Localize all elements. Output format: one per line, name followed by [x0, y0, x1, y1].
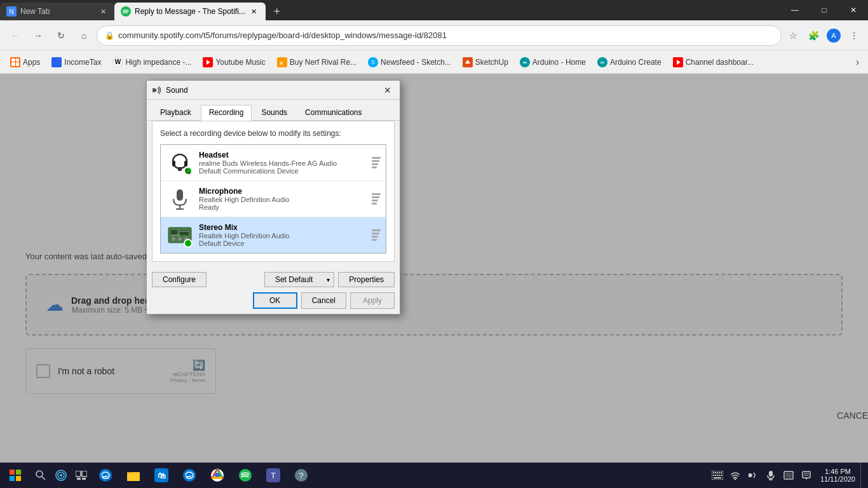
bookmark-label-newsfeed: Newsfeed - Sketch... — [381, 58, 451, 67]
bookmark-favicon-youtube — [203, 57, 213, 67]
bookmark-highimp[interactable]: W High impedance -... — [107, 53, 196, 71]
microphone-desc: Realtek High Definition Audio — [199, 196, 367, 203]
dialog-ok-row: OK Cancel Apply — [152, 292, 395, 309]
maximize-button[interactable]: □ — [810, 0, 839, 20]
set-default-arrow-button[interactable]: ▾ — [323, 272, 334, 287]
bookmark-youtube[interactable]: Youtube Music — [198, 53, 270, 71]
svg-rect-59 — [717, 475, 718, 476]
apply-button[interactable]: Apply — [350, 292, 395, 309]
svg-point-46 — [239, 469, 252, 482]
tray-mic-icon[interactable] — [762, 463, 780, 488]
configure-button[interactable]: Configure — [152, 272, 207, 287]
svg-rect-54 — [717, 472, 718, 473]
new-tab-button[interactable]: + — [268, 3, 286, 20]
address-input[interactable]: 🔒 community.spotify.com/t5/forums/replyp… — [97, 25, 782, 46]
tray-keyboard-icon[interactable] — [709, 463, 726, 488]
taskbar-tray: 1:46 PM 11/11/2020 — [709, 463, 868, 488]
lock-icon: 🔒 — [105, 31, 114, 40]
titlebar: N New Tab ✕ Reply to Message - The Spoti… — [0, 0, 868, 20]
svg-point-28 — [36, 471, 43, 477]
tab-spotify[interactable]: Reply to Message - The Spotifi... ✕ — [114, 3, 266, 20]
profile-button[interactable]: A — [825, 27, 843, 44]
bookmarks-more-button[interactable]: › — [852, 55, 863, 69]
stereomix-level-bars — [372, 229, 381, 241]
taskbar-unknown[interactable]: ? — [287, 463, 315, 488]
tab-favicon-newtab: N — [6, 6, 17, 17]
cancel-button[interactable]: Cancel — [301, 292, 346, 309]
svg-rect-40 — [127, 473, 140, 481]
tab-close-spotify[interactable]: ✕ — [249, 6, 259, 17]
bookmark-sketchup[interactable]: SketchUp — [458, 53, 513, 71]
bookmark-arduino-create[interactable]: ∞ Arduino Create — [592, 53, 667, 71]
bookmark-nerf[interactable]: a Buy Nerf Rival Re... — [272, 53, 362, 71]
tray-volume-icon[interactable] — [744, 463, 762, 488]
tray-tablet-icon[interactable] — [780, 463, 797, 488]
bookmark-favicon-newsfeed: S — [368, 57, 378, 67]
taskbar-edge[interactable] — [92, 463, 119, 488]
svg-rect-12 — [178, 167, 182, 171]
tab-title-newtab: New Tab — [20, 7, 94, 16]
device-item-stereomix[interactable]: Stereo Mix Realtek High Definition Audio… — [161, 217, 386, 253]
bookmark-channel[interactable]: Channel dashboar... — [668, 53, 759, 71]
svg-rect-13 — [177, 189, 183, 201]
home-button[interactable]: ⌂ — [74, 25, 94, 46]
sound-dialog: Sound ✕ Playback Recording Sounds Commun… — [146, 80, 400, 315]
favorites-button[interactable]: ☆ — [784, 27, 802, 44]
forward-button[interactable]: → — [28, 25, 48, 46]
tab-recording[interactable]: Recording — [201, 105, 252, 121]
ok-button[interactable]: OK — [253, 292, 297, 309]
menu-button[interactable]: ⋮ — [845, 27, 863, 44]
tray-action-center-icon[interactable] — [797, 463, 815, 488]
properties-button[interactable]: Properties — [338, 272, 395, 287]
dialog-instruction: Select a recording device below to modif… — [160, 129, 386, 138]
bookmark-label-nerf: Buy Nerf Rival Re... — [290, 58, 356, 67]
bookmark-newsfeed[interactable]: S Newsfeed - Sketch... — [363, 53, 456, 71]
dialog-close-button[interactable]: ✕ — [381, 83, 395, 97]
svg-rect-33 — [76, 471, 81, 477]
tray-network-icon[interactable] — [726, 463, 744, 488]
dialog-overlay — [0, 74, 868, 463]
tray-date: 11/11/2020 — [820, 475, 855, 483]
svg-rect-52 — [713, 472, 714, 473]
show-desktop-button[interactable] — [860, 463, 865, 488]
headset-name: Headset — [199, 151, 367, 159]
taskbar-chrome[interactable] — [203, 463, 231, 488]
cortana-button[interactable] — [51, 463, 71, 488]
taskbar-fileexplorer[interactable] — [119, 463, 147, 488]
refresh-button[interactable]: ↻ — [51, 25, 71, 46]
tab-communications[interactable]: Communications — [297, 105, 370, 120]
bookmark-incometax[interactable]: IncomeTax — [46, 53, 106, 71]
tab-close-newtab[interactable]: ✕ — [98, 6, 108, 17]
minimize-button[interactable]: — — [780, 0, 810, 20]
task-view-button[interactable] — [71, 463, 92, 488]
bookmark-apps[interactable]: Apps — [5, 53, 45, 71]
svg-point-19 — [172, 237, 175, 241]
stereomix-info: Stereo Mix Realtek High Definition Audio… — [194, 223, 372, 247]
taskbar-edge2[interactable] — [175, 463, 203, 488]
taskbar-teams[interactable]: T — [259, 463, 287, 488]
search-button[interactable] — [31, 463, 51, 488]
tray-clock[interactable]: 1:46 PM 11/11/2020 — [815, 463, 860, 488]
svg-rect-36 — [82, 478, 86, 480]
taskbar-store[interactable]: 🛍 — [147, 463, 175, 488]
tray-time: 1:46 PM — [825, 468, 851, 475]
tab-sounds[interactable]: Sounds — [253, 105, 295, 120]
device-item-microphone[interactable]: Microphone Realtek High Definition Audio… — [161, 181, 386, 217]
tab-playback[interactable]: Playback — [152, 105, 200, 120]
taskbar-spotify[interactable] — [231, 463, 259, 488]
set-default-button[interactable]: Set Default — [264, 272, 323, 287]
back-button[interactable]: ← — [5, 25, 25, 46]
svg-text:?: ? — [299, 471, 303, 480]
close-button[interactable]: ✕ — [839, 0, 868, 20]
device-item-headset[interactable]: 📞 Headset realme Buds Wireless Hands-Fre… — [161, 145, 386, 181]
tab-newtab[interactable]: N New Tab ✕ — [0, 3, 114, 20]
svg-marker-7 — [677, 60, 681, 65]
bookmark-arduino-home[interactable]: ∞ Arduino - Home — [515, 53, 591, 71]
svg-rect-55 — [719, 472, 720, 473]
extensions-button[interactable]: 🧩 — [804, 27, 822, 44]
start-button[interactable] — [0, 463, 31, 488]
stereomix-status: Default Device — [199, 240, 367, 247]
bookmark-favicon-incometax — [51, 57, 62, 67]
svg-marker-5 — [207, 60, 210, 65]
svg-rect-61 — [721, 475, 722, 476]
